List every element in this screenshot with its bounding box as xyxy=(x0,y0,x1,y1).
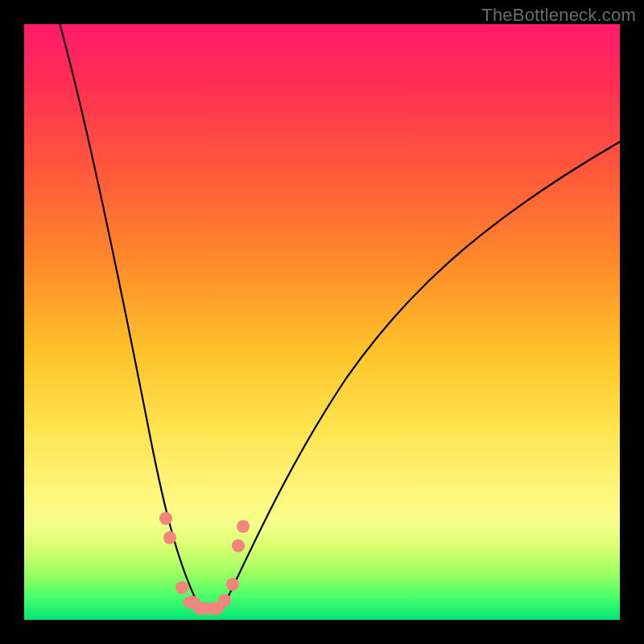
svg-point-8 xyxy=(232,539,245,552)
svg-point-1 xyxy=(163,531,176,544)
svg-point-9 xyxy=(237,520,250,533)
svg-point-6 xyxy=(218,594,231,607)
plot-area xyxy=(24,24,620,620)
watermark-text: TheBottleneck.com xyxy=(481,5,636,26)
svg-point-7 xyxy=(226,578,239,591)
chart-frame: TheBottleneck.com xyxy=(0,0,644,644)
bottleneck-curve xyxy=(24,24,620,620)
svg-point-2 xyxy=(175,581,188,594)
svg-point-0 xyxy=(159,512,172,525)
